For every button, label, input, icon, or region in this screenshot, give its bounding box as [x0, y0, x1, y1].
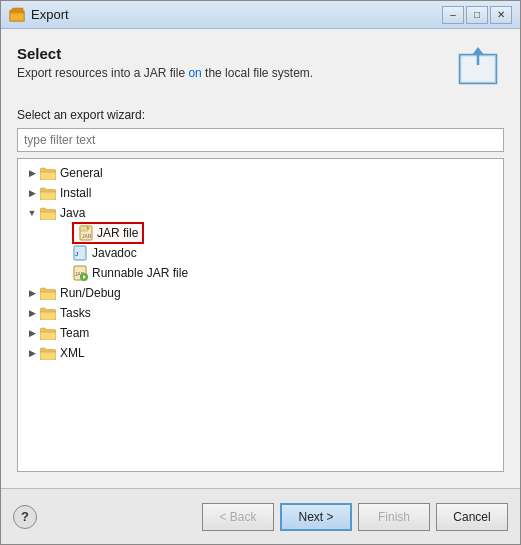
folder-icon-tasks	[40, 305, 56, 321]
back-button[interactable]: < Back	[202, 503, 274, 531]
jar-file-icon: JAR	[78, 225, 94, 241]
title-bar: Export – □ ✕	[1, 1, 520, 29]
javadoc-icon: J	[72, 245, 88, 261]
tree-item-xml[interactable]: ▶ XML	[18, 343, 503, 363]
label-install: Install	[60, 186, 91, 200]
label-run-debug: Run/Debug	[60, 286, 121, 300]
label-jar-file: JAR file	[97, 226, 138, 240]
main-content: Select Export resources into a JAR file …	[1, 29, 520, 488]
label-java: Java	[60, 206, 85, 220]
toggle-tasks[interactable]: ▶	[26, 307, 38, 319]
desc-on: on	[188, 66, 201, 80]
folder-icon-team	[40, 325, 56, 341]
window-title: Export	[31, 7, 442, 22]
folder-icon-general	[40, 165, 56, 181]
label-xml: XML	[60, 346, 85, 360]
tree-item-run-debug[interactable]: ▶ Run/Debug	[18, 283, 503, 303]
runnable-jar-icon: JAR	[72, 265, 88, 281]
tree-item-java[interactable]: ▼ Java	[18, 203, 503, 223]
toggle-jar	[58, 227, 70, 239]
page-title: Select	[17, 45, 446, 62]
toggle-javadoc	[58, 247, 70, 259]
tree-item-install[interactable]: ▶ Install	[18, 183, 503, 203]
help-button[interactable]: ?	[13, 505, 37, 529]
label-javadoc: Javadoc	[92, 246, 137, 260]
label-general: General	[60, 166, 103, 180]
minimize-button[interactable]: –	[442, 6, 464, 24]
desc-suffix: the local file system.	[202, 66, 313, 80]
title-bar-controls: – □ ✕	[442, 6, 512, 24]
label-tasks: Tasks	[60, 306, 91, 320]
folder-icon-install	[40, 185, 56, 201]
tree-item-jar-file[interactable]: JAR JAR file	[18, 223, 503, 243]
folder-icon-xml	[40, 345, 56, 361]
label-team: Team	[60, 326, 89, 340]
description-text: Export resources into a JAR file on the …	[17, 66, 446, 80]
svg-rect-1	[10, 13, 24, 21]
section-label: Select an export wizard:	[17, 108, 504, 122]
toggle-install[interactable]: ▶	[26, 187, 38, 199]
toggle-runnable	[58, 267, 70, 279]
finish-button[interactable]: Finish	[358, 503, 430, 531]
export-window: Export – □ ✕ Select Export resources int…	[0, 0, 521, 545]
footer: ? < Back Next > Finish Cancel	[1, 488, 520, 544]
toggle-team[interactable]: ▶	[26, 327, 38, 339]
svg-marker-5	[472, 47, 484, 55]
svg-rect-7	[80, 226, 88, 231]
close-button[interactable]: ✕	[490, 6, 512, 24]
tree-item-runnable-jar[interactable]: JAR Runnable JAR file	[18, 263, 503, 283]
cancel-button[interactable]: Cancel	[436, 503, 508, 531]
folder-icon-java	[40, 205, 56, 221]
window-icon	[9, 7, 25, 23]
toggle-java[interactable]: ▼	[26, 207, 38, 219]
tree-item-general[interactable]: ▶ General	[18, 163, 503, 183]
label-runnable-jar: Runnable JAR file	[92, 266, 188, 280]
page-description: Export resources into a JAR file on the …	[17, 66, 446, 80]
desc-prefix: Export resources into a JAR file	[17, 66, 188, 80]
tree-item-team[interactable]: ▶ Team	[18, 323, 503, 343]
folder-icon-run-debug	[40, 285, 56, 301]
tree-container[interactable]: ▶ General ▶ Install	[17, 158, 504, 472]
svg-text:J: J	[75, 251, 78, 257]
toggle-run-debug[interactable]: ▶	[26, 287, 38, 299]
tree-item-tasks[interactable]: ▶ Tasks	[18, 303, 503, 323]
next-button[interactable]: Next >	[280, 503, 352, 531]
maximize-button[interactable]: □	[466, 6, 488, 24]
tree-item-javadoc[interactable]: J Javadoc	[18, 243, 503, 263]
toggle-xml[interactable]: ▶	[26, 347, 38, 359]
svg-text:JAR: JAR	[82, 233, 92, 239]
export-icon	[456, 45, 504, 85]
toggle-general[interactable]: ▶	[26, 167, 38, 179]
filter-input[interactable]	[17, 128, 504, 152]
